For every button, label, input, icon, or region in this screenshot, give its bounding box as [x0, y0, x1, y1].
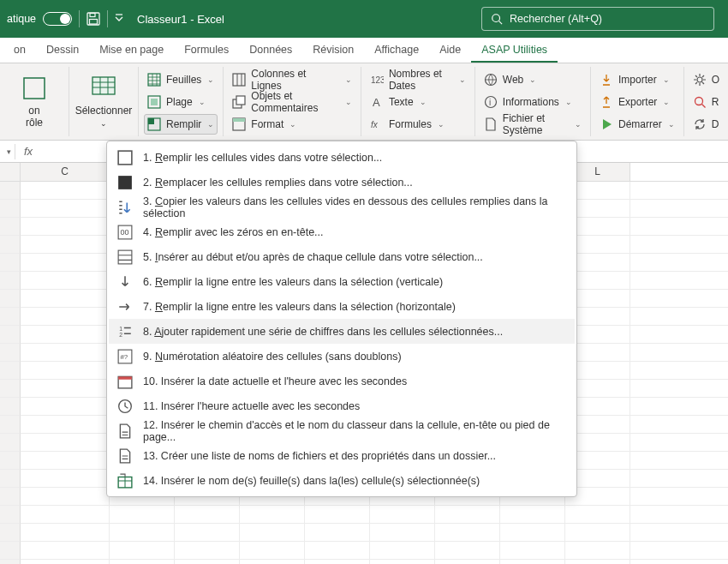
- row-header[interactable]: [0, 254, 21, 272]
- tab-aide[interactable]: Aide: [429, 39, 471, 63]
- menu-item-9[interactable]: #?9. Numérotation aléatoire des cellules…: [109, 344, 575, 369]
- importer-button[interactable]: Importer⌄: [596, 69, 678, 90]
- formules-button[interactable]: fxFormules⌄: [367, 114, 469, 135]
- texte-button[interactable]: ATexte⌄: [367, 92, 469, 112]
- objets-commentaires-button[interactable]: Objets et Commentaires⌄: [229, 92, 355, 112]
- web-button[interactable]: Web⌄: [480, 69, 585, 90]
- cell[interactable]: [175, 542, 240, 559]
- cell[interactable]: [21, 344, 110, 361]
- cell[interactable]: [110, 560, 175, 564]
- cell[interactable]: [21, 452, 110, 469]
- exporter-button[interactable]: Exporter⌄: [596, 92, 678, 112]
- row-header[interactable]: [0, 488, 21, 506]
- search-box[interactable]: Rechercher (Alt+Q): [481, 7, 714, 31]
- row-header[interactable]: [0, 236, 21, 254]
- row-header[interactable]: [0, 380, 21, 398]
- fx-icon[interactable]: fx: [24, 145, 33, 158]
- cell[interactable]: [21, 254, 110, 271]
- format-button[interactable]: Format⌄: [229, 114, 355, 135]
- cell[interactable]: [110, 542, 175, 559]
- cell[interactable]: [110, 524, 175, 541]
- cell[interactable]: [435, 542, 500, 559]
- cell[interactable]: [175, 524, 240, 541]
- nombres-dates-button[interactable]: 123Nombres et Dates⌄: [367, 69, 469, 90]
- search-button[interactable]: R: [689, 92, 723, 112]
- row-header[interactable]: [0, 524, 21, 542]
- cell[interactable]: [305, 524, 370, 541]
- row-header[interactable]: [0, 326, 21, 344]
- remplir-button[interactable]: Remplir⌄: [144, 114, 218, 135]
- cell[interactable]: [370, 542, 435, 559]
- cell[interactable]: [21, 434, 110, 451]
- menu-item-4[interactable]: 004. Remplir avec les zéros en en-tête..…: [109, 219, 575, 244]
- menu-item-11[interactable]: 11. Insérer l'heure actuelle avec les se…: [109, 393, 575, 418]
- row-header[interactable]: [0, 290, 21, 308]
- row-header[interactable]: [0, 398, 21, 416]
- demarrer-button[interactable]: Démarrer⌄: [596, 114, 678, 135]
- cell[interactable]: [175, 506, 240, 523]
- tab-mise-en-page[interactable]: Mise en page: [89, 39, 174, 63]
- cell[interactable]: [21, 308, 110, 325]
- menu-item-12[interactable]: 12. Insérer le chemin d'accès et le nom …: [109, 418, 575, 443]
- cell[interactable]: [305, 542, 370, 559]
- cell[interactable]: [21, 542, 110, 559]
- cell[interactable]: [21, 398, 110, 415]
- row-header[interactable]: [0, 218, 21, 236]
- cell[interactable]: [435, 506, 500, 523]
- menu-item-10[interactable]: 10. Insérer la date actuelle et l'heure …: [109, 369, 575, 393]
- tab-données[interactable]: Données: [239, 39, 302, 63]
- name-box-arrow-icon[interactable]: ▾: [7, 147, 11, 156]
- chevron-down-icon[interactable]: [115, 12, 123, 26]
- row-header[interactable]: [0, 452, 21, 470]
- cell[interactable]: [435, 560, 500, 564]
- plage-button[interactable]: Plage⌄: [144, 92, 218, 112]
- tab-on[interactable]: on: [3, 39, 36, 63]
- cell[interactable]: [370, 506, 435, 523]
- cell[interactable]: [500, 560, 565, 564]
- menu-item-2[interactable]: 2. Remplacer les cellules remplies dans …: [109, 170, 575, 195]
- cell[interactable]: [21, 290, 110, 307]
- row-header[interactable]: [0, 362, 21, 380]
- menu-item-14[interactable]: 14. Insérer le nom de(s) feuille(s) dans…: [109, 468, 575, 493]
- menu-item-13[interactable]: 13. Créer une liste de noms de fichiers …: [109, 443, 575, 468]
- menu-item-3[interactable]: 3. Copier les valeurs dans les cellules …: [109, 195, 575, 219]
- cell[interactable]: [240, 506, 305, 523]
- cell[interactable]: [21, 272, 110, 289]
- row-header[interactable]: [0, 182, 21, 200]
- cell[interactable]: [21, 200, 110, 217]
- tab-affichage[interactable]: Affichage: [364, 39, 429, 63]
- cell[interactable]: [500, 524, 565, 541]
- cell[interactable]: [370, 560, 435, 564]
- cell[interactable]: [240, 542, 305, 559]
- row-header[interactable]: [0, 308, 21, 326]
- cell[interactable]: [175, 560, 240, 564]
- column-header[interactable]: C: [21, 163, 110, 181]
- fichier-systeme-button[interactable]: Fichier et Système⌄: [480, 114, 585, 135]
- big-button-1[interactable]: onrôle: [3, 69, 65, 135]
- menu-item-8[interactable]: 128. Ajouter rapidement une série de chi…: [109, 319, 575, 344]
- options-button[interactable]: O: [689, 69, 723, 90]
- row-header[interactable]: [0, 272, 21, 290]
- tab-asap-utilities[interactable]: ASAP Utilities: [471, 39, 558, 63]
- cell[interactable]: [21, 326, 110, 343]
- row-header[interactable]: [0, 560, 21, 564]
- cell[interactable]: [565, 542, 630, 559]
- colonnes-lignes-button[interactable]: Colonnes et Lignes⌄: [229, 69, 355, 90]
- row-header[interactable]: [0, 416, 21, 434]
- feuilles-button[interactable]: Feuilles⌄: [144, 69, 218, 90]
- cell[interactable]: [565, 560, 630, 564]
- cell[interactable]: [240, 560, 305, 564]
- row-header[interactable]: [0, 344, 21, 362]
- row-header[interactable]: [0, 470, 21, 488]
- cell[interactable]: [305, 560, 370, 564]
- row-header[interactable]: [0, 506, 21, 524]
- cell[interactable]: [500, 542, 565, 559]
- cell[interactable]: [21, 560, 110, 564]
- cell[interactable]: [21, 488, 110, 505]
- autosave-toggle[interactable]: [43, 12, 72, 26]
- tab-révision[interactable]: Révision: [302, 39, 364, 63]
- save-icon[interactable]: [87, 12, 100, 26]
- informations-button[interactable]: iInformations⌄: [480, 92, 585, 112]
- cell[interactable]: [21, 182, 110, 199]
- tab-dessin[interactable]: Dessin: [36, 39, 89, 63]
